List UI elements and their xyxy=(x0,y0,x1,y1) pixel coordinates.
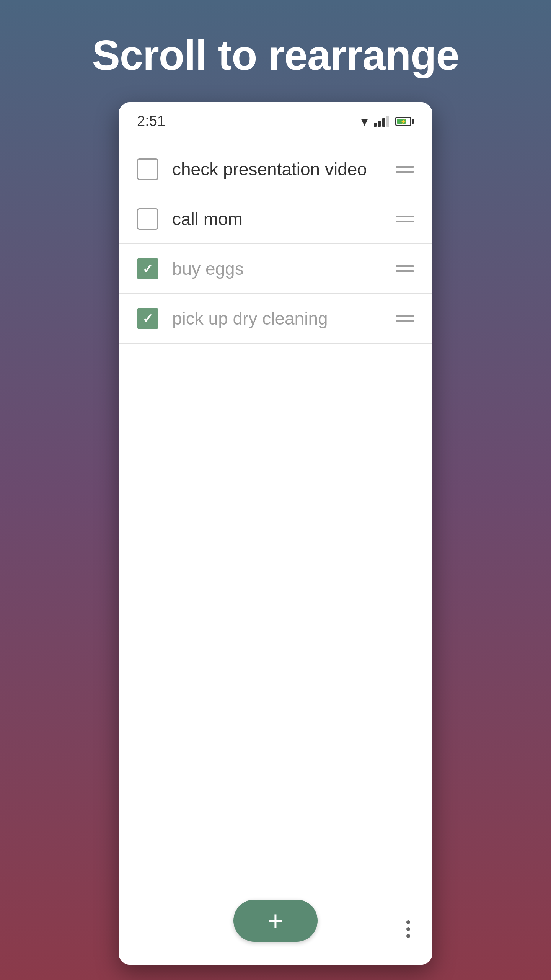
list-item: check presentation video xyxy=(119,145,432,194)
phone-container: 2:51 ▾ ⚡ check pr xyxy=(119,102,432,965)
plus-icon: + xyxy=(268,907,284,934)
todo-text-1: check presentation video xyxy=(172,159,382,180)
checkmark-icon: ✓ xyxy=(142,262,153,275)
empty-space xyxy=(119,518,432,884)
list-item: ✓ pick up dry cleaning xyxy=(119,294,432,344)
checkbox-4[interactable]: ✓ xyxy=(137,308,158,329)
add-button[interactable]: + xyxy=(233,900,318,942)
more-dot xyxy=(406,927,410,931)
list-item: ✓ buy eggs xyxy=(119,244,432,294)
checkbox-1[interactable] xyxy=(137,158,158,180)
drag-handle-1[interactable] xyxy=(396,166,414,173)
signal-icon xyxy=(374,116,389,127)
page-title: Scroll to rearrange xyxy=(23,31,528,79)
checkmark-icon: ✓ xyxy=(142,312,153,325)
bottom-bar: + xyxy=(119,884,432,965)
status-bar: 2:51 ▾ ⚡ xyxy=(119,102,432,137)
page-header: Scroll to rearrange xyxy=(0,0,551,102)
more-dot xyxy=(406,934,410,938)
status-icons: ▾ ⚡ xyxy=(361,114,414,129)
list-item: call mom xyxy=(119,194,432,244)
more-dot xyxy=(406,920,410,924)
todo-text-4: pick up dry cleaning xyxy=(172,308,382,329)
drag-handle-3[interactable] xyxy=(396,265,414,272)
checkbox-2[interactable] xyxy=(137,208,158,230)
todo-text-3: buy eggs xyxy=(172,258,382,279)
status-time: 2:51 xyxy=(137,113,165,129)
drag-handle-2[interactable] xyxy=(396,216,414,222)
checkbox-3[interactable]: ✓ xyxy=(137,258,158,279)
todo-text-2: call mom xyxy=(172,209,382,229)
more-options-button[interactable] xyxy=(403,916,414,942)
battery-icon: ⚡ xyxy=(395,117,414,126)
todo-list: check presentation video call mom ✓ buy … xyxy=(119,137,432,518)
wifi-icon: ▾ xyxy=(361,114,368,129)
drag-handle-4[interactable] xyxy=(396,315,414,322)
